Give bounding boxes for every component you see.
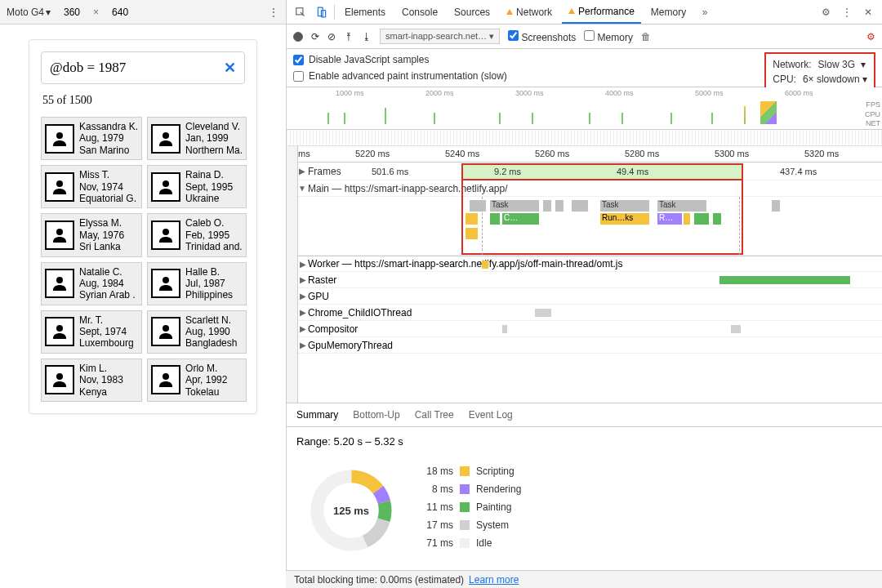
- cpu-throttle-select[interactable]: 6× slowdown ▾: [803, 74, 867, 85]
- record-button[interactable]: [293, 32, 303, 42]
- clear-icon[interactable]: ⊘: [327, 31, 336, 42]
- tab-bottom-up[interactable]: Bottom-Up: [353, 409, 399, 421]
- range-label: Range: 5.20 s – 5.32 s: [296, 435, 872, 448]
- device-selector[interactable]: Moto G4 ▾: [7, 7, 51, 18]
- person-card[interactable]: Kim L.Nov, 1983Kenya: [41, 359, 142, 402]
- person-card[interactable]: Caleb O.Feb, 1995Trinidad and.: [147, 213, 247, 256]
- tab-network[interactable]: Network: [500, 1, 559, 24]
- clear-search-icon[interactable]: ✕: [224, 59, 236, 77]
- compositor-track[interactable]: ▶Compositor: [298, 321, 882, 337]
- avatar-icon: [45, 172, 74, 202]
- person-card[interactable]: Natalie C.Aug, 1984Syrian Arab .: [41, 262, 142, 305]
- legend-row: 71 msIdle: [421, 537, 521, 549]
- capture-settings-gear-icon[interactable]: ⚙: [866, 31, 875, 42]
- svg-point-3: [163, 180, 169, 187]
- save-profile-icon[interactable]: ⭳: [362, 31, 372, 42]
- person-card[interactable]: Mr. T.Sept, 1974Luxembourg: [41, 310, 142, 354]
- main-flame-chart[interactable]: Task C… Task Run…ks Task R…: [298, 197, 882, 256]
- avatar-icon: [45, 365, 74, 394]
- trash-icon[interactable]: 🗑: [641, 31, 651, 42]
- svg-point-2: [56, 180, 63, 187]
- kebab-menu-icon[interactable]: ⋮: [268, 6, 279, 19]
- worker-track[interactable]: ▶Worker — https://smart-inapp-search.net…: [298, 256, 882, 272]
- devtools-tabs: Elements Console Sources Network Perform…: [287, 0, 882, 24]
- person-card[interactable]: Cleveland V.Jan, 1999Northern Ma.: [147, 117, 247, 160]
- tab-summary[interactable]: Summary: [296, 409, 338, 421]
- gpu-track[interactable]: ▶GPU: [298, 288, 882, 305]
- raster-track[interactable]: ▶Raster: [298, 272, 882, 288]
- viewport-height-input[interactable]: [104, 7, 136, 18]
- close-dim-icon[interactable]: ×: [93, 7, 99, 18]
- screenshot-strip[interactable]: [287, 130, 882, 146]
- person-card[interactable]: Elyssa M.May, 1976Sri Lanka: [41, 213, 142, 256]
- tab-sources[interactable]: Sources: [448, 1, 497, 24]
- search-input[interactable]: [50, 60, 224, 76]
- svg-rect-13: [318, 7, 323, 16]
- person-card[interactable]: Scarlett N.Aug, 1990Bangladesh: [147, 310, 247, 354]
- person-card[interactable]: Raina D.Sept, 1995Ukraine: [147, 165, 247, 208]
- chrome-io-track[interactable]: ▶Chrome_ChildIOThread: [298, 305, 882, 321]
- warning-icon: [506, 9, 513, 15]
- time-ruler[interactable]: ms 5220 ms 5240 ms 5260 ms 5280 ms 5300 …: [298, 146, 882, 163]
- reload-icon[interactable]: ⟳: [311, 31, 319, 42]
- memory-checkbox[interactable]: Memory: [584, 30, 633, 43]
- person-card[interactable]: Kassandra K.Aug, 1979San Marino: [41, 117, 142, 160]
- tick-label: 2000 ms: [425, 89, 454, 97]
- learn-more-link[interactable]: Learn more: [469, 574, 519, 586]
- tick-label: 4000 ms: [605, 89, 634, 97]
- overview-timeline[interactable]: 1000 ms 2000 ms 3000 ms 4000 ms 5000 ms …: [287, 87, 882, 130]
- tab-memory[interactable]: Memory: [644, 1, 693, 24]
- person-card[interactable]: Halle B.Jul, 1987Philippines: [147, 262, 247, 305]
- svg-point-7: [163, 277, 169, 283]
- network-throttle-select[interactable]: Slow 3G ▾: [818, 59, 866, 70]
- avatar-icon: [45, 317, 74, 346]
- svg-point-1: [163, 132, 169, 139]
- tick-label: 1000 ms: [336, 89, 364, 97]
- screenshots-checkbox[interactable]: Screenshots: [508, 30, 576, 43]
- inspect-icon[interactable]: [292, 3, 310, 21]
- person-card[interactable]: Orlo M.Apr, 1992Tokelau: [147, 359, 247, 402]
- tick-label: 6000 ms: [785, 89, 813, 97]
- avatar-icon: [45, 124, 74, 154]
- avatar-icon: [151, 220, 180, 250]
- legend-row: 8 msRendering: [421, 483, 521, 495]
- svg-point-11: [163, 373, 169, 380]
- person-card[interactable]: Miss T.Nov, 1974Equatorial G.: [41, 165, 142, 208]
- device-toggle-icon[interactable]: [313, 3, 331, 21]
- phone-viewport: ✕ 55 of 1500 Kassandra K.Aug, 1979San Ma…: [0, 24, 286, 588]
- device-toolbar: Moto G4 ▾ × ⋮: [0, 0, 286, 24]
- svg-point-0: [56, 132, 63, 139]
- load-profile-icon[interactable]: ⭱: [344, 31, 354, 42]
- throttling-settings: Network:Slow 3G ▾ CPU:6× slowdown ▾: [764, 52, 875, 91]
- tab-elements[interactable]: Elements: [338, 1, 392, 24]
- tab-call-tree[interactable]: Call Tree: [415, 409, 454, 421]
- close-devtools-icon[interactable]: ✕: [859, 3, 877, 21]
- kebab-menu-icon[interactable]: ⋮: [838, 3, 856, 21]
- svg-point-9: [163, 325, 169, 332]
- avatar-icon: [151, 317, 180, 346]
- tab-console[interactable]: Console: [395, 1, 444, 24]
- recording-selector[interactable]: smart-inapp-search.net… ▾: [380, 29, 500, 44]
- summary-legend: 18 msScripting8 msRendering11 msPainting…: [421, 466, 521, 555]
- svg-point-6: [56, 277, 63, 283]
- frames-track[interactable]: ▶Frames 501.6 ms 9.2 ms 49.4 ms 437.4 ms: [298, 163, 882, 180]
- summary-tabs: Summary Bottom-Up Call Tree Event Log: [287, 403, 882, 427]
- avatar-icon: [45, 220, 74, 250]
- tab-event-log[interactable]: Event Log: [469, 409, 513, 421]
- gpu-memory-track[interactable]: ▶GpuMemoryThread: [298, 337, 882, 354]
- viewport-width-input[interactable]: [56, 7, 88, 18]
- avatar-icon: [151, 365, 180, 394]
- svg-point-4: [56, 229, 63, 235]
- avatar-icon: [45, 269, 74, 298]
- tab-performance[interactable]: Performance: [562, 1, 641, 24]
- legend-row: 18 msScripting: [421, 466, 521, 477]
- perf-toolbar: ⟳ ⊘ ⭱ ⭳ smart-inapp-search.net… ▾ Screen…: [287, 24, 882, 49]
- svg-point-8: [56, 325, 63, 332]
- results-count: 55 of 1500: [41, 94, 245, 107]
- avatar-icon: [151, 269, 180, 298]
- more-tabs-icon[interactable]: »: [696, 3, 714, 21]
- svg-point-10: [56, 373, 63, 380]
- perf-options: Disable JavaScript samples Enable advanc…: [287, 49, 882, 87]
- avatar-icon: [151, 172, 180, 202]
- settings-gear-icon[interactable]: ⚙: [817, 3, 835, 21]
